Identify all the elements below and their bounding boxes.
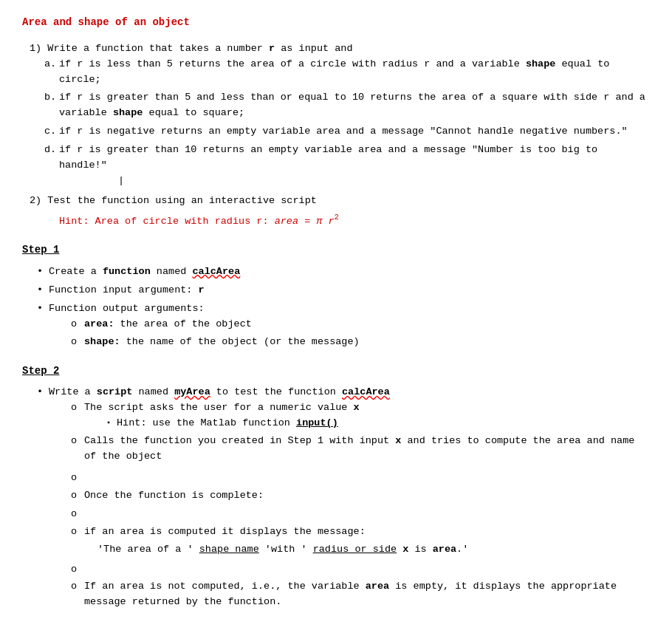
hint-prefix: Hint: Area of circle with radius r: xyxy=(59,215,275,226)
step2-sub4-shape: shape name xyxy=(199,544,259,555)
step1-bullet1: Create a function named calcArea xyxy=(37,264,650,280)
step2-sub4: if an area is computed it displays the m… xyxy=(71,524,650,558)
sub-item-d: if r is greater than 10 returns an empty… xyxy=(59,143,650,189)
step2-sub1: The script asks the user for a numeric v… xyxy=(71,400,650,431)
step1-b1-function: function xyxy=(103,266,151,277)
step2-sub1-prefix: The script asks the user for a numeric v… xyxy=(84,402,354,413)
step1-bullet2: Function input argument: r xyxy=(37,283,650,298)
step2-sub3: Once the function is complete: xyxy=(71,488,650,504)
sub-c-text: if r is negative returns an empty variab… xyxy=(59,126,628,137)
step1-b1-suffix: named xyxy=(151,266,193,277)
step1-output-shape: shape: the name of the object (or the me… xyxy=(71,335,650,350)
step2-sub5: If an area is not computed, i.e., the va… xyxy=(71,579,650,610)
step2-sub4-display: 'The area of a ' shape name 'with ' radi… xyxy=(84,542,650,558)
step2-sub4-x: x xyxy=(397,544,408,555)
step1-b2-r: r xyxy=(199,284,205,295)
step2-hint: Hint: use the Matlab function input() xyxy=(106,416,650,431)
step2-b1-script: script xyxy=(97,386,133,397)
item1-r: r xyxy=(269,43,275,54)
step2-title: Step 2 xyxy=(22,363,650,380)
page-title: Area and shape of an object xyxy=(22,15,650,31)
sub-a-shape: shape xyxy=(526,58,556,69)
step1-b3-text: Function output arguments: xyxy=(49,303,205,314)
step2-sub3-text: Once the function is complete: xyxy=(84,490,264,501)
step1-section: Step 1 Create a function named calcArea … xyxy=(22,242,650,349)
step1-area-text: the area of the object xyxy=(114,318,252,329)
step2-sub4-area: area xyxy=(433,544,456,555)
step1-bullet3: Function output arguments: area: the are… xyxy=(37,301,650,350)
step2-sub2: Calls the function you created in Step 1… xyxy=(71,434,650,465)
step2-sub4-is: is xyxy=(408,544,432,555)
hint-line: Hint: Area of circle with radius r: area… xyxy=(30,212,650,229)
step2-sub5-area: area xyxy=(366,581,389,592)
step2-sub4-radius: radius or side xyxy=(313,544,397,555)
step2-section: Step 2 Write a script named myArea to te… xyxy=(22,363,650,611)
step2-sub2-prefix: Calls the function you created in Step 1… xyxy=(84,435,395,446)
sub-item-c: if r is negative returns an empty variab… xyxy=(59,124,650,140)
step2-hint-input: input() xyxy=(296,417,338,428)
step2-sub5-prefix: If an area is not computed, i.e., the va… xyxy=(84,581,366,592)
step1-b1-prefix: Create a xyxy=(49,266,103,277)
step2-sub1-x: x xyxy=(354,402,360,413)
main-item-1: 1) Write a function that takes a number … xyxy=(30,41,650,189)
step2-sub5-blank xyxy=(71,562,650,578)
step1-b2-prefix: Function input argument: xyxy=(49,284,199,295)
hint-sup: 2 xyxy=(335,213,339,222)
step1-shape-text: the name of the object (or the message) xyxy=(120,336,360,347)
step1-output-area: area: the area of the object xyxy=(71,317,650,332)
step2-sub4-blank xyxy=(71,507,650,522)
sub-item-a: if r is less than 5 returns the area of … xyxy=(59,57,650,88)
step2-b1-myArea: myArea xyxy=(174,386,210,397)
sub-item-b: if r is greater than 5 and less than or … xyxy=(59,90,650,121)
sub-d-text: if r is greater than 10 returns an empty… xyxy=(59,144,597,171)
step2-bullet1: Write a script named myArea to test the … xyxy=(37,385,650,610)
step2-sub4-prefix: if an area is computed it displays the m… xyxy=(84,526,366,537)
step2-hint-prefix: Hint: use the Matlab function xyxy=(117,417,296,428)
step1-shape-label: shape: xyxy=(84,336,120,347)
main-item-2: 2) Test the function using an interactiv… xyxy=(30,194,650,229)
hint-equals: = π r xyxy=(298,215,335,226)
step2-b1-named: named xyxy=(132,386,174,397)
step1-area-label: area: xyxy=(84,318,114,329)
step2-sub4-with: 'with ' xyxy=(259,544,313,555)
step2-b1-suffix: to test the function xyxy=(210,386,342,397)
caret-indicator: | xyxy=(59,174,650,189)
step1-title: Step 1 xyxy=(22,242,650,259)
sub-b-shape: shape xyxy=(113,107,143,118)
item2-text: 2) Test the function using an interactiv… xyxy=(30,195,317,206)
step2-sub4-dot: .' xyxy=(456,544,468,555)
step1-b1-name: calcArea xyxy=(192,266,240,277)
item1-suffix: as input and xyxy=(275,43,352,54)
sub-a-text: if r is less than 5 returns the area of … xyxy=(59,58,526,69)
step2-b1-prefix: Write a xyxy=(49,386,97,397)
step2-b1-calcArea: calcArea xyxy=(342,386,390,397)
hint-formula: area xyxy=(275,215,298,226)
step2-sub4-line: 'The area of a ' xyxy=(97,544,199,555)
step2-sub3-blank xyxy=(71,471,650,486)
sub-b-suffix: equal to square; xyxy=(143,107,244,118)
item1-prefix: 1) Write a function that takes a number xyxy=(30,43,269,54)
